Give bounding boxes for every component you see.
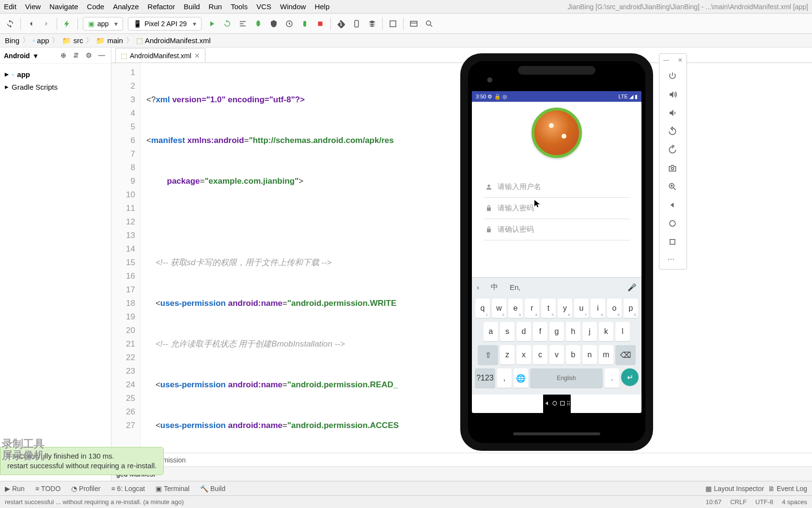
crumb-file[interactable]: ⬚AndroidManifest.xml [136, 36, 211, 45]
tw-logcat[interactable]: ≡ 6: Logcat [111, 485, 145, 492]
more-icon[interactable]: ⋯ [668, 255, 678, 266]
tab-manifest[interactable]: ⬚ AndroidManifest.xml ✕ [115, 48, 205, 63]
menu-vcs[interactable]: VCS [256, 2, 271, 11]
key-u[interactable]: u7 [574, 299, 589, 318]
key-v[interactable]: v [549, 345, 564, 365]
crumb-root[interactable]: Bing [5, 36, 19, 45]
menu-code[interactable]: Code [87, 2, 104, 11]
tw-event-log[interactable]: 🗎 Event Log [768, 485, 807, 492]
avd-icon[interactable] [351, 18, 362, 29]
menu-analyze[interactable]: Analyze [113, 2, 139, 11]
key-m[interactable]: m [599, 345, 613, 365]
git-icon[interactable] [336, 18, 346, 29]
tw-terminal[interactable]: ▣ Terminal [156, 485, 189, 492]
tw-todo[interactable]: ≡ TODO [35, 485, 61, 492]
nav-recent-icon[interactable] [559, 399, 566, 409]
menu-help[interactable]: Help [314, 2, 329, 11]
nav-kb-icon[interactable]: ⠿ [566, 400, 571, 407]
soft-keyboard[interactable]: › 中 En, 🎤 q1w2e3r4t5y6u7i8o9p0 asdfghjkl… [472, 277, 641, 395]
collapse-icon[interactable]: ⇵ [73, 51, 82, 60]
key-i[interactable]: i8 [591, 299, 605, 318]
status-indent[interactable]: 4 spaces [782, 498, 807, 506]
key-c[interactable]: c [533, 345, 547, 365]
emu-close-icon[interactable]: ✕ [678, 57, 683, 64]
password-field[interactable]: 请输入密码 [484, 198, 630, 219]
key-e[interactable]: e3 [508, 299, 523, 318]
kb-lang-cn[interactable]: 中 [491, 283, 498, 292]
hide-icon[interactable]: — [98, 51, 107, 60]
tw-layout-inspector[interactable]: ▦ Layout Inspector [705, 485, 764, 492]
key-p[interactable]: p0 [624, 299, 638, 318]
volume-down-icon[interactable] [668, 108, 678, 119]
nav-back-icon[interactable] [543, 399, 551, 409]
key-o[interactable]: o9 [607, 299, 622, 318]
run-config-dropdown[interactable]: ▣ app ▾ [83, 17, 123, 31]
key-b[interactable]: b [566, 345, 580, 365]
menu-edit[interactable]: Edit [4, 2, 16, 11]
gear-icon[interactable]: ⚙ [86, 51, 94, 60]
run-icon[interactable] [206, 18, 217, 29]
space-key[interactable]: English [530, 368, 603, 388]
num-key[interactable]: ?123 [475, 368, 495, 388]
username-field[interactable]: 请输入用户名 [484, 176, 630, 198]
crumb-app[interactable]: ▫app [32, 36, 49, 45]
menu-window[interactable]: Window [280, 2, 306, 11]
key-s[interactable]: s [500, 322, 515, 341]
key-j[interactable]: j [582, 322, 597, 341]
back-icon[interactable] [26, 18, 36, 29]
back-icon[interactable] [668, 200, 678, 211]
stop-icon[interactable] [315, 18, 326, 29]
mic-icon[interactable]: 🎤 [627, 283, 637, 292]
resource-icon[interactable] [388, 18, 398, 29]
profiler-icon[interactable] [284, 18, 295, 29]
rotate-right-icon[interactable] [668, 145, 678, 156]
close-icon[interactable]: ✕ [194, 52, 200, 60]
key-z[interactable]: z [500, 345, 515, 365]
emu-min-icon[interactable]: — [663, 57, 669, 64]
globe-key[interactable]: 🌐 [514, 368, 528, 388]
tw-profiler[interactable]: ◔ Profiler [71, 485, 100, 492]
emulator-window[interactable]: 3:50 ⚙ 🔒 ◎ LTE ◢ ▮ 请输入用户名 请输入密码 [460, 53, 653, 451]
key-n[interactable]: n [582, 345, 597, 365]
attach-debug-icon[interactable] [299, 18, 310, 29]
nav-home-icon[interactable] [551, 399, 559, 409]
sidebar-header[interactable]: Android ▾ ⊕ ⇵ ⚙ — [0, 48, 111, 64]
menu-build[interactable]: Build [184, 2, 200, 11]
crumb-main[interactable]: 📁main [96, 36, 123, 45]
overview-icon[interactable] [668, 237, 678, 248]
key-k[interactable]: k [599, 322, 613, 341]
phone-screen[interactable]: 3:50 ⚙ 🔒 ◎ LTE ◢ ▮ 请输入用户名 请输入密码 [472, 91, 641, 413]
menu-tools[interactable]: Tools [231, 2, 248, 11]
debug-icon[interactable] [253, 18, 264, 29]
search-icon[interactable] [424, 18, 435, 29]
target-icon[interactable]: ⊕ [61, 51, 69, 60]
period-key[interactable]: . [605, 368, 619, 388]
build-icon[interactable] [62, 18, 73, 29]
apply-changes-icon[interactable] [222, 18, 233, 29]
crumb-src[interactable]: 📁src [62, 36, 83, 45]
status-eol[interactable]: CRLF [730, 498, 747, 506]
menu-view[interactable]: View [25, 2, 41, 11]
rotate-left-icon[interactable] [668, 127, 678, 137]
apply-code-icon[interactable] [237, 18, 248, 29]
kb-lang-en[interactable]: En, [510, 283, 521, 291]
home-icon[interactable] [668, 219, 678, 229]
menu-refactor[interactable]: Refactor [148, 2, 175, 11]
key-x[interactable]: x [516, 345, 531, 365]
sync-icon[interactable] [5, 18, 16, 29]
key-l[interactable]: l [615, 322, 630, 341]
status-encoding[interactable]: UTF-8 [755, 498, 773, 506]
key-y[interactable]: y6 [558, 299, 572, 318]
layout-icon[interactable] [408, 18, 419, 29]
enter-key[interactable]: ↵ [621, 368, 639, 386]
key-d[interactable]: d [516, 322, 531, 341]
device-dropdown[interactable]: 📱 Pixel 2 API 29 ▾ [128, 17, 201, 31]
forward-icon[interactable] [41, 18, 52, 29]
shift-key[interactable]: ⇧ [478, 345, 498, 365]
key-a[interactable]: a [484, 322, 498, 341]
tw-run[interactable]: ▶ Run [5, 485, 25, 492]
key-r[interactable]: r4 [525, 299, 539, 318]
key-g[interactable]: g [549, 322, 564, 341]
key-h[interactable]: h [566, 322, 580, 341]
status-caret[interactable]: 10:67 [706, 498, 722, 506]
